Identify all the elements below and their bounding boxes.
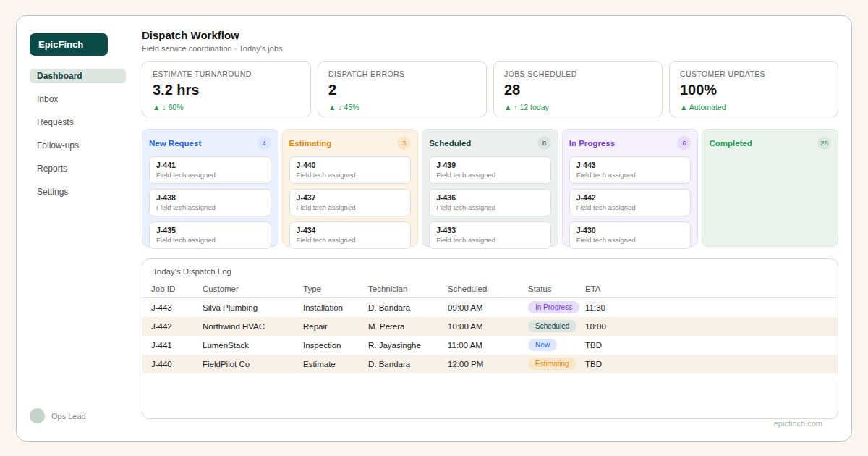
kanban-column-scheduled: Scheduled 8 J-439 Field tech assigned J-…: [422, 129, 558, 247]
sidebar-item-requests[interactable]: Requests: [30, 115, 126, 130]
dispatch-log-row: J-443 Silva Plumbing Installation D. Ban…: [142, 298, 838, 317]
kanban-column-title: In Progress: [569, 139, 615, 148]
kanban-column-count-badge: 6: [677, 136, 691, 150]
job-card[interactable]: J-436 Field tech assigned: [429, 189, 551, 216]
kanban-column-count-badge: 8: [537, 136, 551, 150]
kpi-row: ESTIMATE TURNAROUND 3.2 hrs ▲ ↓ 60% DISP…: [142, 61, 838, 117]
kanban-column-count-badge: 28: [817, 136, 831, 150]
sidebar-item-settings[interactable]: Settings: [30, 185, 126, 199]
job-card-note: Field tech assigned: [576, 171, 684, 179]
kpi-delta: ▲ ↓ 45%: [328, 103, 476, 111]
sidebar-item-label: Inbox: [37, 94, 58, 104]
job-card-id: J-434: [297, 226, 404, 235]
job-card[interactable]: J-440 Field tech assigned: [289, 156, 412, 184]
cell-customer: Northwind HVAC: [203, 317, 303, 336]
cell-eta: 11:30: [585, 298, 838, 317]
user-chip[interactable]: Ops Lead: [30, 408, 126, 423]
cell-job-id: J-440: [142, 355, 203, 373]
job-card[interactable]: J-435 Field tech assigned: [149, 221, 271, 249]
sidebar-item-label: Dashboard: [37, 71, 82, 81]
cell-technician: M. Perera: [368, 317, 448, 336]
dispatch-log-table: Job IDCustomerTypeTechnicianScheduledSta…: [142, 283, 838, 373]
job-card[interactable]: J-442 Field tech assigned: [569, 189, 692, 216]
column-header-customer: Customer: [203, 283, 303, 298]
job-card-note: Field tech assigned: [297, 236, 404, 244]
job-card-note: Field tech assigned: [576, 236, 684, 244]
kpi-card: CUSTOMER UPDATES 100% ▲ Automated: [669, 61, 838, 117]
user-role-label: Ops Lead: [51, 412, 86, 421]
job-card-id: J-433: [436, 226, 544, 235]
sidebar-nav: Dashboard Inbox Requests Follow-ups Repo…: [30, 69, 126, 199]
cell-customer: LumenStack: [203, 336, 303, 355]
cell-type: Estimate: [303, 355, 368, 373]
dispatch-log-row: J-440 FieldPilot Co Estimate D. Bandara …: [142, 355, 838, 373]
cell-job-id: J-443: [142, 298, 203, 317]
sidebar-item-follow-ups[interactable]: Follow-ups: [30, 138, 126, 153]
kpi-label: DISPATCH ERRORS: [328, 69, 476, 78]
sidebar-item-reports[interactable]: Reports: [30, 161, 126, 176]
job-card-note: Field tech assigned: [297, 171, 404, 179]
dispatch-log-body: J-443 Silva Plumbing Installation D. Ban…: [142, 298, 838, 373]
sidebar-item-dashboard[interactable]: Dashboard: [30, 69, 126, 83]
job-card[interactable]: J-438 Field tech assigned: [149, 189, 271, 216]
kanban-column-title: New Request: [149, 139, 201, 148]
job-card-note: Field tech assigned: [436, 171, 544, 179]
job-card[interactable]: J-433 Field tech assigned: [429, 221, 551, 249]
footer-domain: epicfinch.com: [142, 419, 838, 428]
page-title: Dispatch Workflow: [142, 29, 838, 41]
job-card[interactable]: J-441 Field tech assigned: [149, 156, 271, 184]
brand-name: EpicFinch: [38, 39, 83, 50]
job-card[interactable]: J-443 Field tech assigned: [569, 156, 692, 184]
avatar: [30, 408, 45, 423]
cell-status: Estimating: [528, 355, 585, 373]
main-content: Dispatch Workflow Field service coordina…: [142, 29, 838, 428]
column-header-type: Type: [303, 283, 368, 298]
cell-customer: Silva Plumbing: [203, 298, 303, 317]
kanban-column-header: Completed 28: [709, 136, 831, 150]
job-card-id: J-442: [576, 193, 684, 202]
cell-scheduled: 11:00 AM: [448, 336, 528, 355]
cell-scheduled: 12:00 PM: [448, 355, 528, 373]
dispatch-log-row: J-441 LumenStack Inspection R. Jayasingh…: [142, 336, 838, 355]
kpi-delta: ▲ ↑ 12 today: [504, 103, 652, 111]
kpi-value: 2: [328, 82, 476, 98]
job-card-id: J-437: [297, 193, 404, 202]
cell-type: Installation: [303, 298, 368, 317]
kanban-column-header: In Progress 6: [569, 136, 692, 150]
job-card-id: J-438: [156, 193, 264, 202]
job-card-note: Field tech assigned: [156, 203, 264, 211]
column-header-status: Status: [528, 283, 585, 298]
job-card[interactable]: J-439 Field tech assigned: [429, 156, 551, 184]
column-header-scheduled: Scheduled: [448, 283, 528, 298]
job-card[interactable]: J-437 Field tech assigned: [289, 189, 412, 216]
kpi-delta: ▲ ↓ 60%: [153, 103, 300, 111]
kpi-card: DISPATCH ERRORS 2 ▲ ↓ 45%: [318, 61, 487, 117]
kanban-column-in-progress: In Progress 6 J-443 Field tech assigned …: [562, 129, 699, 247]
kpi-label: CUSTOMER UPDATES: [680, 69, 827, 78]
job-card-id: J-439: [436, 161, 544, 169]
dispatch-log-panel: Today's Dispatch Log Job IDCustomerTypeT…: [142, 258, 838, 419]
cell-type: Repair: [303, 317, 368, 336]
job-card-id: J-435: [156, 226, 264, 235]
job-card[interactable]: J-430 Field tech assigned: [569, 221, 692, 249]
kanban-column-header: Scheduled 8: [429, 136, 551, 150]
kanban-column-title: Completed: [709, 139, 752, 148]
kpi-card: ESTIMATE TURNAROUND 3.2 hrs ▲ ↓ 60%: [142, 61, 311, 117]
dispatch-log-title: Today's Dispatch Log: [142, 267, 838, 283]
sidebar-item-label: Settings: [37, 187, 68, 197]
job-card-note: Field tech assigned: [436, 236, 544, 244]
column-header-eta: ETA: [585, 283, 838, 298]
job-card[interactable]: J-434 Field tech assigned: [289, 221, 412, 249]
cell-status: Scheduled: [528, 317, 585, 336]
sidebar-item-inbox[interactable]: Inbox: [30, 92, 126, 106]
job-card-note: Field tech assigned: [297, 203, 404, 211]
cell-eta: TBD: [585, 336, 838, 355]
job-card-id: J-436: [436, 193, 544, 202]
kanban-column-header: New Request 4: [149, 136, 271, 150]
job-card-note: Field tech assigned: [576, 203, 684, 211]
job-card-id: J-441: [156, 161, 264, 169]
cell-technician: D. Bandara: [368, 355, 448, 373]
sidebar-item-label: Follow-ups: [37, 140, 79, 151]
kanban-column-title: Estimating: [289, 139, 332, 148]
brand-logo: EpicFinch: [30, 33, 108, 56]
